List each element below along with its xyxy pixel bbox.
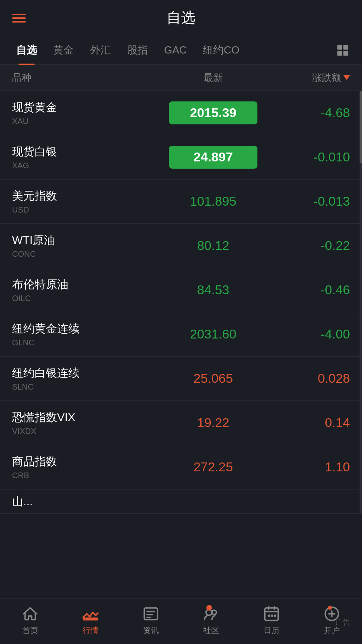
market-name-cn: 布伦特原油 [12,277,157,292]
market-name-col: 商品指数 CRB [12,454,157,480]
market-name-en: OILC [12,294,157,303]
price-plain: 2031.60 [190,327,237,341]
market-name-col: 现货白银 XAG [12,144,157,170]
table-row[interactable]: 纽约黄金连续 GLNC 2031.60 -4.00 [0,312,362,357]
market-name-en: USD [12,205,157,215]
nav-market[interactable]: 行情 [66,605,115,636]
nav-community[interactable]: 社区 [187,605,235,636]
tab-zixuan[interactable]: 自选 [8,36,45,64]
market-icon [82,605,99,623]
grid-view-button[interactable] [331,39,354,62]
nav-home[interactable]: 首页 [6,605,54,636]
community-icon [202,605,220,623]
market-change-col: 0.14 [269,415,350,430]
svg-rect-17 [274,615,276,617]
menu-button[interactable] [12,14,26,23]
price-plain: 101.895 [190,194,237,208]
market-name-cn: 纽约白银连续 [12,365,157,381]
market-name-cn: 美元指数 [12,188,157,204]
market-name-en: GLNC [12,338,157,347]
table-row[interactable]: 现货白银 XAG 24.897 -0.010 [0,135,362,180]
tab-gac[interactable]: GAC [156,37,195,64]
table-row[interactable]: 商品指数 CRB 272.25 1.10 [0,445,362,489]
svg-rect-3 [343,51,348,56]
nav-calendar[interactable]: 日历 [247,605,296,636]
scrollbar-thumb[interactable] [360,91,362,163]
svg-rect-1 [343,45,348,50]
market-price-col: 84.53 [157,283,269,297]
market-name-col: WTI原油 CONC [12,233,157,259]
tab-huangjin[interactable]: 黄金 [45,36,82,64]
open-account-dot [328,606,332,610]
market-price-col: 25.065 [157,371,269,386]
svg-rect-15 [268,615,270,617]
price-plain: 84.53 [197,283,229,297]
price-plain: 80.12 [197,238,229,253]
calendar-icon [263,605,280,623]
market-change-col: -0.22 [269,238,350,253]
market-name-en: CONC [12,250,157,259]
market-name-col: 纽约黄金连续 GLNC [12,321,157,347]
nav-news-label: 资讯 [143,625,159,636]
tab-guzhi[interactable]: 股指 [119,36,156,64]
market-change-col: -0.46 [269,283,350,297]
market-name-col: 恐慌指数VIX VIXDX [12,410,157,436]
price-badge: 24.897 [169,146,257,169]
nav-calendar-label: 日历 [263,625,280,636]
tab-bar: 自选 黄金 外汇 股指 GAC 纽约CO [0,36,362,65]
price-badge: 2015.39 [169,101,257,124]
market-name-en: CRB [12,471,157,480]
market-name-cn: 现货白银 [12,144,157,159]
tab-niuyueco[interactable]: 纽约CO [195,36,247,64]
price-plain: 272.25 [193,460,233,474]
column-headers: 品种 最新 涨跌额 [0,65,362,91]
market-change-col: 1.10 [269,460,350,475]
market-name-cn: 恐慌指数VIX [12,410,157,425]
svg-rect-2 [337,51,342,56]
svg-rect-11 [265,608,278,620]
market-name-en: VIXDX [12,427,157,436]
nav-news[interactable]: 资讯 [127,605,175,636]
tab-waihui[interactable]: 外汇 [82,36,119,64]
table-row[interactable]: 恐慌指数VIX VIXDX 19.22 0.14 [0,401,362,445]
svg-rect-5 [144,608,158,619]
table-row[interactable]: 纽约白银连续 SLNC 25.065 0.028 [0,357,362,401]
market-price-col: 272.25 [157,460,269,475]
market-change-col: 0.028 [269,371,350,386]
market-change-col: -4.00 [269,327,350,342]
market-name-cn: 现货黄金 [12,100,157,115]
table-row[interactable]: 布伦特原油 OILC 84.53 -0.46 [0,268,362,312]
market-name-en: XAU [12,117,157,126]
nav-community-label: 社区 [203,625,219,636]
news-icon [142,605,160,623]
market-name-col: 现货黄金 XAU [12,100,157,126]
market-change-col: -0.013 [269,194,350,209]
ad-label: 广告 [335,617,350,627]
market-price-col: 19.22 [157,415,269,430]
market-price-col: 2015.39 [157,101,269,124]
market-price-col: 101.895 [157,194,269,209]
community-dot [206,605,212,611]
market-change-col: -0.010 [269,150,350,165]
nav-home-label: 首页 [22,625,38,636]
svg-point-10 [212,610,216,615]
svg-rect-16 [271,615,273,617]
market-list: 现货黄金 XAU 2015.39 -4.68 现货白银 XAG 24.897 -… [0,91,362,514]
market-name-cn: 纽约黄金连续 [12,321,157,336]
table-row[interactable]: 现货黄金 XAU 2015.39 -4.68 [0,91,362,135]
price-plain: 19.22 [197,415,229,430]
col-change: 涨跌额 [269,71,350,84]
scrollbar-track[interactable] [360,91,362,514]
market-name-cn: WTI原油 [12,233,157,248]
market-name-col: 布伦特原油 OILC [12,277,157,303]
bottom-nav: 首页 行情 资讯 [0,598,362,644]
table-row-partial: 山... [0,489,362,514]
svg-rect-0 [337,45,342,50]
sort-triangle-icon [343,75,350,80]
table-row[interactable]: 美元指数 USD 101.895 -0.013 [0,180,362,224]
market-price-col: 80.12 [157,238,269,253]
market-name-en: XAG [12,161,157,170]
table-row[interactable]: WTI原油 CONC 80.12 -0.22 [0,224,362,268]
col-price: 最新 [157,71,269,84]
market-name-col: 纽约白银连续 SLNC [12,365,157,392]
